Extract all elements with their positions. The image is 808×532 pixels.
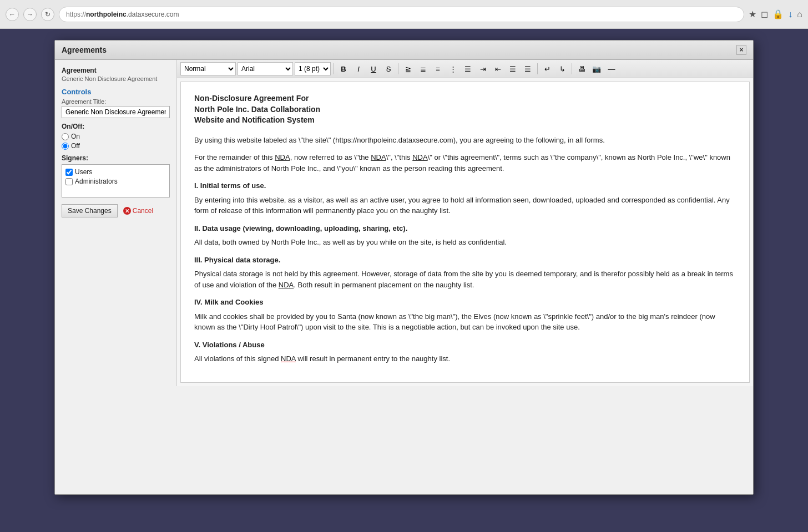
url-path: .dataxsecure.com xyxy=(127,11,179,18)
modal-title: Agreements xyxy=(62,45,107,54)
section5-body: All violations of this signed NDA will r… xyxy=(194,353,736,364)
image-button[interactable]: 📷 xyxy=(590,62,603,75)
editor-toolbar: Normal Heading 1 Heading 2 Arial Times N… xyxy=(177,60,753,78)
modal-overlay: Agreements × Agreement Generic Non Discl… xyxy=(0,29,808,532)
bold-button[interactable]: B xyxy=(337,62,350,75)
toolbar-sep-4 xyxy=(572,63,572,74)
download-icon[interactable]: ↓ xyxy=(788,9,792,19)
toolbar-sep-3 xyxy=(537,63,538,74)
editor-content[interactable]: Non-Disclosure Agreement For North Pole … xyxy=(180,82,750,383)
apps-icon[interactable]: ◻ xyxy=(761,9,768,19)
style-select[interactable]: Normal Heading 1 Heading 2 xyxy=(180,62,236,75)
signers-box: Users Administrators xyxy=(62,164,170,197)
section5-heading: V. Violations / Abuse xyxy=(194,340,736,351)
cancel-label: Cancel xyxy=(133,207,153,215)
on-off-label: On/Off: xyxy=(62,123,170,130)
numbered-list-button[interactable]: ☰ xyxy=(461,62,474,75)
section1-body: By entering into this website, as a visi… xyxy=(194,195,736,216)
save-changes-button[interactable]: Save Changes xyxy=(62,204,118,217)
button-row: Save Changes ✕ Cancel xyxy=(62,204,170,217)
section4-heading: IV. Milk and Cookies xyxy=(194,297,736,308)
left-panel: Agreement Generic Non Disclosure Agreeme… xyxy=(55,60,177,386)
shield-icon[interactable]: 🔒 xyxy=(772,9,784,19)
bookmark-icon[interactable]: ★ xyxy=(749,9,756,19)
forward-button[interactable]: → xyxy=(23,8,37,21)
back-button[interactable]: ← xyxy=(6,8,19,21)
section3-heading: III. Physical data storage. xyxy=(194,255,736,266)
admins-checkbox[interactable] xyxy=(65,178,73,185)
cancel-button[interactable]: ✕ Cancel xyxy=(120,205,156,217)
line-button[interactable]: — xyxy=(605,62,618,75)
list-indent-button[interactable]: ☰ xyxy=(506,62,519,75)
section2-body: All data, both owned by North Pole Inc.,… xyxy=(194,237,736,248)
size-select[interactable]: 1 (8 pt) 2 (10 pt) 3 (12 pt) xyxy=(295,62,331,75)
users-label: Users xyxy=(75,168,92,176)
radio-off[interactable]: Off xyxy=(62,142,170,150)
signers-admins[interactable]: Administrators xyxy=(65,178,166,185)
section3-body: Physical data storage is not held by thi… xyxy=(194,268,736,290)
signers-label: Signers: xyxy=(62,154,170,162)
admins-label: Administrators xyxy=(75,178,118,185)
section1-heading: I. Initial terms of use. xyxy=(194,180,736,191)
right-panel: Normal Heading 1 Heading 2 Arial Times N… xyxy=(177,60,753,386)
undo-button[interactable]: ↵ xyxy=(541,62,554,75)
agreements-modal: Agreements × Agreement Generic Non Discl… xyxy=(54,40,754,495)
url-bar[interactable]: https://northpoleinc.dataxsecure.com xyxy=(59,7,744,22)
radio-on-label: On xyxy=(71,133,80,140)
radio-off-label: Off xyxy=(71,142,80,150)
modal-header: Agreements × xyxy=(55,40,753,60)
print-button[interactable]: 🖶 xyxy=(575,62,588,75)
modal-body: Agreement Generic Non Disclosure Agreeme… xyxy=(55,60,753,386)
url-protocol: https:// xyxy=(66,11,86,18)
agreement-label: Agreement xyxy=(62,67,170,74)
url-domain: northpoleinc xyxy=(86,11,127,18)
agreement-title-input[interactable] xyxy=(62,106,170,118)
indent-button[interactable]: ⇥ xyxy=(476,62,489,75)
section2-heading: II. Data usage (viewing, downloading, up… xyxy=(194,223,736,234)
section4-body: Milk and cookies shall be provided by yo… xyxy=(194,311,736,333)
intro-para-2: For the remainder of this NDA, now refer… xyxy=(194,152,736,174)
align-right-button[interactable]: ≡ xyxy=(431,62,445,75)
toolbar-sep-1 xyxy=(334,63,334,74)
home-icon[interactable]: ⌂ xyxy=(797,9,802,19)
agreement-title-label: Agreement Title: xyxy=(62,98,170,105)
font-select[interactable]: Arial Times New Roman xyxy=(238,62,293,75)
browser-actions: ★ ◻ 🔒 ↓ ⌂ xyxy=(749,9,802,19)
agreement-sub-label: Generic Non Disclosure Agreement xyxy=(62,75,170,82)
doc-title: Non-Disclosure Agreement For North Pole … xyxy=(194,93,736,126)
radio-on-input[interactable] xyxy=(62,133,69,140)
underline-button[interactable]: U xyxy=(367,62,380,75)
controls-label: Controls xyxy=(62,88,170,96)
cancel-icon: ✕ xyxy=(123,207,131,215)
toolbar-sep-2 xyxy=(398,63,398,74)
align-center-button[interactable]: ≣ xyxy=(416,62,430,75)
redo-button[interactable]: ↳ xyxy=(556,62,569,75)
italic-button[interactable]: I xyxy=(352,62,365,75)
strikethrough-button[interactable]: S xyxy=(382,62,395,75)
align-left-button[interactable]: ≧ xyxy=(401,62,415,75)
modal-close-button[interactable]: × xyxy=(736,45,746,55)
reload-button[interactable]: ↻ xyxy=(41,8,54,21)
radio-on[interactable]: On xyxy=(62,133,170,140)
radio-group: On Off xyxy=(62,133,170,150)
radio-off-input[interactable] xyxy=(62,143,69,150)
bullet-list-button[interactable]: ⋮ xyxy=(446,62,459,75)
intro-para-1: By using this website labeled as \"the s… xyxy=(194,135,736,146)
list-outdent-button[interactable]: ☰ xyxy=(521,62,534,75)
users-checkbox[interactable] xyxy=(65,169,73,176)
outdent-button[interactable]: ⇤ xyxy=(491,62,504,75)
browser-bar: ← → ↻ https://northpoleinc.dataxsecure.c… xyxy=(0,0,808,29)
signers-users[interactable]: Users xyxy=(65,168,166,176)
